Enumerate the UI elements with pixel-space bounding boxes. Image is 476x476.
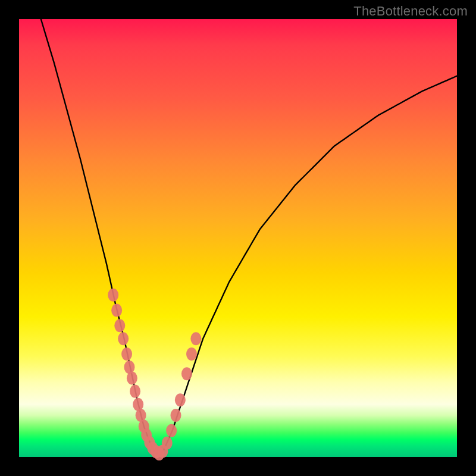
curve-marker [162, 436, 173, 449]
curve-marker [170, 409, 181, 422]
watermark-text: TheBottleneck.com [353, 4, 468, 19]
plot-area [19, 19, 457, 457]
curve-marker [186, 347, 197, 361]
curve-svg [19, 19, 457, 457]
curve-marker [114, 319, 125, 332]
curve-marker [111, 303, 122, 317]
curve-marker [130, 385, 140, 398]
chart-frame: TheBottleneck.com [0, 0, 476, 476]
curve-marker [108, 289, 118, 302]
curve-marker [118, 332, 129, 345]
curve-marker [127, 372, 137, 385]
curve-marker [190, 332, 201, 345]
curve-marker [166, 424, 177, 437]
bottleneck-curve [41, 19, 457, 455]
marker-group [108, 289, 201, 461]
curve-marker [175, 393, 186, 406]
curve-marker [121, 347, 132, 361]
curve-marker [181, 367, 192, 380]
